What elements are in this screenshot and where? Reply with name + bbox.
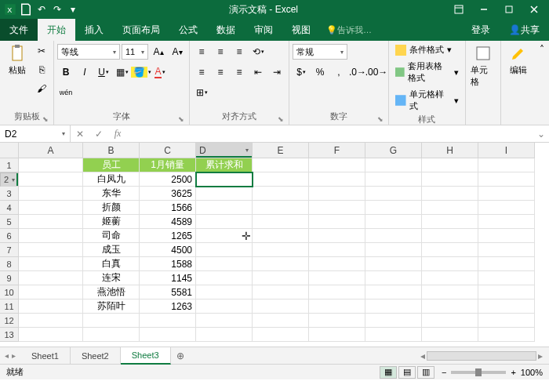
decrease-indent-button[interactable]: ⇤ (249, 64, 267, 81)
cell[interactable] (422, 328, 478, 342)
zoom-slider[interactable] (451, 371, 506, 374)
ribbon-options-icon[interactable] (447, 0, 471, 19)
currency-button[interactable]: $ (293, 64, 310, 81)
cell[interactable] (309, 229, 365, 243)
redo-icon[interactable]: ↷ (50, 2, 64, 16)
maximize-button[interactable] (497, 0, 521, 19)
align-bottom-button[interactable]: ≡ (231, 43, 248, 60)
normal-view-button[interactable]: ▦ (380, 366, 397, 379)
conditional-format-button[interactable]: 条件格式 ▾ (392, 42, 455, 57)
insert-function-button[interactable]: fx (108, 125, 127, 142)
cell[interactable] (19, 201, 83, 215)
cell[interactable]: 1263 (140, 299, 196, 314)
cell[interactable] (365, 215, 422, 229)
table-format-button[interactable]: 套用表格格式 ▾ (392, 59, 462, 85)
cell[interactable] (478, 187, 535, 201)
sheet-nav-next[interactable]: ▸ (12, 351, 16, 360)
cell[interactable] (478, 172, 535, 187)
cell[interactable] (196, 257, 253, 271)
horizontal-scrollbar[interactable] (427, 351, 536, 361)
tab-formulas[interactable]: 公式 (169, 19, 207, 41)
col-header-g[interactable]: G (365, 143, 422, 158)
cell[interactable] (253, 271, 309, 285)
font-launcher[interactable]: ⬊ (178, 115, 184, 123)
orientation-button[interactable]: ⟲ (249, 43, 267, 60)
phonetic-button[interactable]: wén (57, 84, 75, 101)
cell[interactable] (365, 285, 422, 299)
cell[interactable]: 1145 (140, 271, 196, 285)
cell[interactable] (83, 314, 140, 328)
cell[interactable] (422, 229, 478, 243)
cell[interactable]: 东华 (83, 187, 140, 201)
copy-button[interactable]: ⎘ (33, 61, 50, 78)
cell[interactable] (19, 314, 83, 328)
cell[interactable] (140, 314, 196, 328)
cell[interactable] (422, 299, 478, 314)
format-painter-button[interactable]: 🖌 (33, 80, 50, 97)
name-box[interactable]: D2 (0, 125, 71, 142)
cell[interactable] (478, 328, 535, 342)
cell[interactable] (83, 328, 140, 342)
cell[interactable] (253, 172, 309, 187)
row-header-2[interactable]: 2 (0, 172, 19, 187)
cell[interactable] (309, 328, 365, 342)
cell[interactable]: 苏陌叶 (83, 299, 140, 314)
cell[interactable] (253, 158, 309, 172)
cell[interactable] (309, 257, 365, 271)
cell[interactable] (309, 314, 365, 328)
cell[interactable] (365, 328, 422, 342)
cell[interactable] (422, 243, 478, 257)
cell[interactable]: 5581 (140, 285, 196, 299)
col-header-d[interactable]: D (196, 143, 253, 158)
cell[interactable] (196, 285, 253, 299)
cell[interactable]: 累计求和 (196, 158, 253, 172)
cell[interactable] (309, 172, 365, 187)
zoom-in-button[interactable]: + (511, 368, 515, 377)
cut-button[interactable]: ✂ (33, 42, 50, 60)
cell[interactable]: 1265 (140, 229, 196, 243)
merge-button[interactable]: ⊞ (193, 84, 210, 101)
cell[interactable] (253, 257, 309, 271)
cell[interactable] (309, 201, 365, 215)
cell[interactable] (309, 215, 365, 229)
cell[interactable] (422, 314, 478, 328)
comma-button[interactable]: , (330, 64, 347, 81)
col-header-f[interactable]: F (309, 143, 365, 158)
row-header-5[interactable]: 5 (0, 215, 19, 229)
fill-color-button[interactable]: 🪣 (133, 64, 150, 81)
cell[interactable] (253, 299, 309, 314)
cell[interactable] (19, 271, 83, 285)
cell[interactable]: 折颜 (83, 201, 140, 215)
cell[interactable] (309, 285, 365, 299)
cell[interactable] (478, 314, 535, 328)
cell[interactable] (196, 299, 253, 314)
cell[interactable] (478, 158, 535, 172)
tab-home[interactable]: 开始 (38, 19, 75, 41)
cell[interactable] (365, 158, 422, 172)
cell[interactable]: 燕池悟 (83, 285, 140, 299)
increase-font-button[interactable]: A▴ (150, 43, 167, 60)
cell[interactable]: 1月销量 (140, 158, 196, 172)
formula-input[interactable] (127, 125, 533, 142)
cell[interactable] (253, 285, 309, 299)
cell[interactable] (196, 328, 253, 342)
cell[interactable] (365, 172, 422, 187)
undo-icon[interactable]: ↶ (35, 2, 49, 16)
number-format-select[interactable]: 常规 (293, 44, 347, 60)
sheet-nav-prev[interactable]: ◂ (5, 351, 9, 360)
row-header-6[interactable]: 6 (0, 229, 19, 243)
row-header-4[interactable]: 4 (0, 201, 19, 215)
cell[interactable] (478, 229, 535, 243)
percent-button[interactable]: % (311, 64, 329, 81)
scroll-left-button[interactable]: ◂ (420, 350, 425, 361)
cell[interactable] (253, 215, 309, 229)
cell[interactable] (253, 187, 309, 201)
cells-button[interactable]: 单元格 (469, 42, 497, 89)
sheet-tab-3[interactable]: Sheet3 (121, 347, 171, 365)
cell[interactable] (422, 257, 478, 271)
zoom-level[interactable]: 100% (521, 368, 543, 377)
cell[interactable] (478, 299, 535, 314)
row-header-13[interactable]: 13 (0, 328, 19, 342)
cells[interactable]: 员工1月销量累计求和 白凤九2500 东华3625 折颜1566 姬蘅4589 … (19, 158, 535, 342)
paste-button[interactable]: 粘贴 (3, 42, 31, 78)
